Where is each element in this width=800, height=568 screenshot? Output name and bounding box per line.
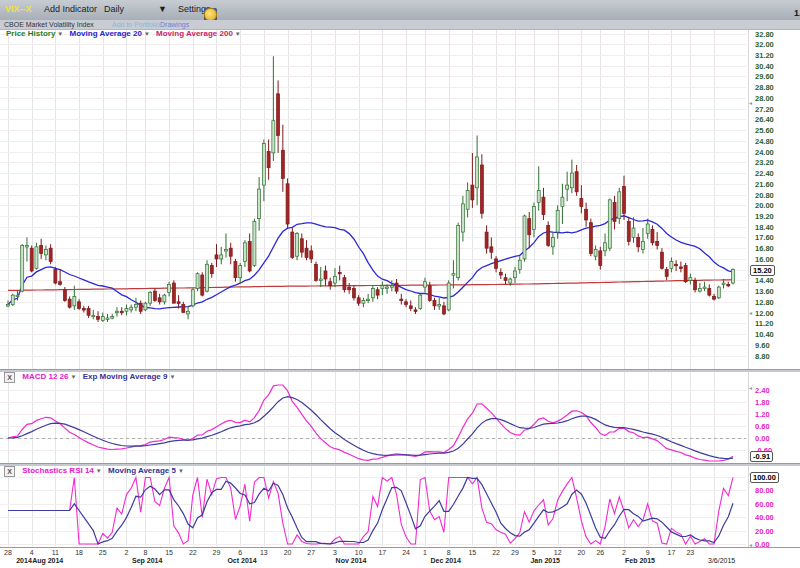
date-tick-label: 1: [423, 549, 427, 556]
axis-label: 18.40: [755, 223, 774, 232]
axis-label: 11.20: [755, 319, 773, 328]
stoch-rsi-dropdown[interactable]: Stochastics RSI 14: [22, 466, 94, 475]
month-label: Feb 2015: [625, 557, 655, 564]
exp-ma9-dropdown[interactable]: Exp Moving Average 9: [83, 372, 168, 381]
axis-label: 16.00: [755, 255, 774, 264]
date-tick-label: 9: [646, 549, 650, 556]
date-tick-label: 4: [30, 549, 34, 556]
axis-marker-icon: ◂: [749, 99, 752, 106]
date-tick-label: 2: [622, 549, 626, 556]
axis-label: 26.40: [755, 115, 774, 124]
stoch-panel-header: X Stochastics RSI 14▼ Moving Average 5▼: [4, 466, 188, 477]
axis-label: 60.00: [755, 500, 774, 509]
date-tick-label: 6: [238, 549, 242, 556]
axis-label: 40.00: [755, 513, 774, 522]
axis-marker-icon: ◂: [749, 384, 752, 391]
axis-label: 80.00: [755, 486, 774, 495]
axis-label: 24.00: [755, 148, 774, 157]
axis-label: 12.80: [755, 298, 774, 307]
axis-label: 9.60: [755, 341, 770, 350]
chevron-down-icon[interactable]: ▼: [169, 374, 175, 380]
add-indicator-button[interactable]: Add Indicator: [44, 4, 97, 14]
date-tick-label: 8: [143, 549, 147, 556]
axis-label: 24.80: [755, 137, 774, 146]
close-icon[interactable]: X: [4, 372, 15, 383]
date-tick-label: 3: [333, 549, 337, 556]
chevron-down-icon[interactable]: ▼: [96, 468, 102, 474]
date-tick-label: 22: [492, 549, 500, 556]
chevron-down-icon[interactable]: ▼: [144, 31, 150, 37]
price-history-dropdown[interactable]: Price History: [6, 29, 55, 38]
axis-label: 32.80: [755, 30, 774, 39]
macd-dropdown[interactable]: MACD 12 26: [22, 372, 68, 381]
month-label: Aug 2014: [32, 557, 63, 564]
date-tick-label: 10: [355, 549, 363, 556]
chevron-down-icon[interactable]: ▼: [70, 374, 76, 380]
axis-label: 1.80: [755, 398, 770, 407]
symbol-description: CBOE Market Volatility Index: [4, 20, 94, 29]
date-tick-label: 25: [99, 549, 107, 556]
date-tick-label: 5: [532, 549, 536, 556]
axis-label: 10.40: [755, 330, 774, 339]
axis-label: 14.40: [755, 276, 774, 285]
date-tick-label: 15: [468, 549, 476, 556]
chevron-down-icon[interactable]: ▼: [158, 4, 167, 14]
axis-label: 22.40: [755, 169, 774, 178]
date-tick-label: 28: [4, 549, 12, 556]
ma200-dropdown[interactable]: Moving Average 200: [156, 29, 233, 38]
axis-label: 29.60: [755, 72, 774, 81]
subbar: CBOE Market Volatility Index Add to Port…: [0, 20, 800, 30]
month-label: 2014: [16, 557, 32, 564]
axis-label: 23.20: [755, 158, 774, 167]
stoch-value-box: 100.00: [750, 472, 779, 483]
price-panel-header: Price History▼ Moving Average 20▼ Moving…: [6, 29, 245, 38]
date-tick-label: 29: [213, 549, 221, 556]
date-tick-label: 13: [260, 549, 268, 556]
macd-panel-header: X MACD 12 26▼ Exp Moving Average 9▼: [4, 372, 179, 383]
change-text: 1.16 (8.26%): [794, 8, 800, 18]
panel-splitter[interactable]: [0, 369, 800, 372]
date-tick-label: 8: [447, 549, 451, 556]
chevron-down-icon[interactable]: ▼: [57, 31, 63, 37]
end-date-label: 3/6/2015: [708, 557, 735, 564]
last-price-box: 15.20: [750, 265, 775, 276]
axis-label: 20.80: [755, 191, 774, 200]
axis-label: 28.00: [755, 94, 774, 103]
panel-splitter[interactable]: [0, 463, 800, 466]
macd-value-box: -0.91: [750, 451, 773, 462]
value-axis-column: 32.8032.0031.2030.4029.6028.8028.0027.20…: [748, 28, 800, 548]
ma20-dropdown[interactable]: Moving Average 20: [70, 29, 142, 38]
close-icon[interactable]: X: [4, 466, 15, 477]
toolbar: VIX--X Add Indicator Daily ▼ Settings f …: [0, 0, 800, 21]
chevron-down-icon[interactable]: ▼: [235, 31, 241, 37]
axis-label: 20.00: [755, 527, 774, 536]
add-to-portfolio-link[interactable]: Add to Portfolio: [112, 20, 160, 29]
date-tick-label: 20: [284, 549, 292, 556]
axis-label: 16.80: [755, 244, 774, 253]
axis-label: 12.00: [755, 309, 774, 318]
date-tick-label: 18: [75, 549, 83, 556]
date-tick-label: 11: [52, 549, 59, 556]
axis-label: 30.40: [755, 62, 774, 71]
axis-label: 20.00: [755, 201, 774, 210]
axis-label: 28.80: [755, 83, 774, 92]
ma5-dropdown[interactable]: Moving Average 5: [108, 466, 176, 475]
month-label: Jan 2015: [530, 557, 560, 564]
month-label: Oct 2014: [227, 557, 256, 564]
timeframe-select[interactable]: Daily: [104, 4, 124, 14]
chevron-down-icon[interactable]: ▼: [178, 468, 184, 474]
axis-label: 2.40: [755, 386, 770, 395]
axis-label: 19.20: [755, 212, 774, 221]
date-tick-label: 20: [577, 549, 585, 556]
symbol-label[interactable]: VIX--X: [5, 4, 32, 14]
date-tick-label: 27: [307, 549, 315, 556]
month-label: Nov 2014: [336, 557, 367, 564]
date-tick-label: 29: [511, 549, 519, 556]
time-axis: 3/6/2015 2841118252815222961320273101724…: [0, 548, 800, 568]
drawings-link[interactable]: Drawings: [160, 20, 189, 29]
axis-label: 31.20: [755, 51, 774, 60]
date-tick-label: 17: [667, 549, 675, 556]
axis-separator: [0, 547, 800, 548]
chart-canvas[interactable]: [0, 0, 748, 568]
date-tick-label: 2: [125, 549, 129, 556]
